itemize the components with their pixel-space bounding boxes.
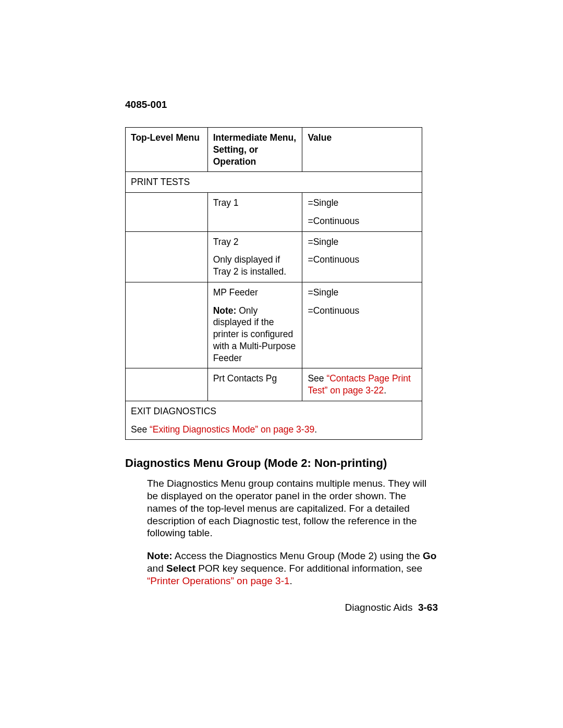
cell-empty: [126, 193, 208, 232]
cell-text: =Single: [308, 236, 417, 248]
paragraph: The Diagnostics Menu group contains mult…: [147, 477, 438, 539]
header-intermediate-menu: Intermediate Menu, Setting, or Operation: [207, 128, 302, 172]
footer-page-number: 3-63: [418, 602, 438, 613]
cell-text: =Single: [308, 287, 417, 299]
header-value: Value: [302, 128, 422, 172]
body-text: and: [147, 563, 166, 574]
cell-text: =Continuous: [308, 305, 417, 317]
exit-diagnostics-label: EXIT DIAGNOSTICS: [131, 405, 417, 417]
cell-text: =Continuous: [308, 215, 417, 227]
cell-value: =Single =Continuous: [302, 282, 422, 368]
footer-section: Diagnostic Aids: [345, 602, 413, 613]
diagnostics-table: Top-Level Menu Intermediate Menu, Settin…: [125, 127, 422, 440]
note-label: Note:: [147, 550, 173, 561]
table-row: Tray 2 Only displayed if Tray 2 is insta…: [126, 231, 422, 282]
cell-text: Tray 2: [213, 236, 297, 248]
document-number: 4085-001: [125, 99, 438, 110]
paragraph-note: Note: Access the Diagnostics Menu Group …: [147, 550, 438, 587]
cell-intermediate: MP Feeder Note: Only displayed if the pr…: [207, 282, 302, 368]
cell-text: .: [314, 424, 317, 435]
body-text: POR key sequence. For additional informa…: [195, 563, 422, 574]
cell-empty: [126, 282, 208, 368]
table-row: Tray 1 =Single =Continuous: [126, 193, 422, 232]
go-label: Go: [423, 550, 436, 561]
cell-intermediate: Tray 2 Only displayed if Tray 2 is insta…: [207, 231, 302, 282]
exit-diagnostics-row: EXIT DIAGNOSTICS See “Exiting Diagnostic…: [126, 401, 422, 440]
cell-text: .: [384, 385, 386, 396]
link-printer-operations[interactable]: “Printer Operations” on page 3-1: [147, 575, 290, 586]
link-exiting-diagnostics[interactable]: “Exiting Diagnostics Mode” on page 3-39: [150, 424, 314, 435]
print-tests-row: PRINT TESTS: [126, 172, 422, 193]
cell-value: See “Contacts Page Print Test” on page 3…: [302, 368, 422, 401]
cell-intermediate: Tray 1: [207, 193, 302, 232]
select-label: Select: [166, 563, 195, 574]
exit-diagnostics-note: See “Exiting Diagnostics Mode” on page 3…: [131, 424, 417, 436]
cell-empty: [126, 231, 208, 282]
cell-text: =Continuous: [308, 254, 417, 266]
table-row: MP Feeder Note: Only displayed if the pr…: [126, 282, 422, 368]
cell-value: =Single =Continuous: [302, 193, 422, 232]
cell-intermediate: Prt Contacts Pg: [207, 368, 302, 401]
body-text: .: [290, 575, 292, 586]
cell-value: =Single =Continuous: [302, 231, 422, 282]
page-footer: Diagnostic Aids 3-63: [345, 602, 438, 613]
section-heading: Diagnostics Menu Group (Mode 2: Non-prin…: [125, 456, 438, 470]
header-top-level-menu: Top-Level Menu: [126, 128, 208, 172]
cell-text: MP Feeder: [213, 287, 297, 299]
cell-note: Note: Only displayed if the printer is c…: [213, 305, 297, 364]
cell-text: =Single: [308, 197, 417, 209]
cell-text: See: [131, 424, 150, 435]
cell-text: See: [308, 373, 326, 384]
table-row: Prt Contacts Pg See “Contacts Page Print…: [126, 368, 422, 401]
cell-text: Tray 1: [213, 197, 297, 209]
body-text: Access the Diagnostics Menu Group (Mode …: [173, 550, 423, 561]
cell-text: Prt Contacts Pg: [213, 373, 297, 385]
cell-text: Only displayed if Tray 2 is installed.: [213, 254, 297, 278]
cell-empty: [126, 368, 208, 401]
